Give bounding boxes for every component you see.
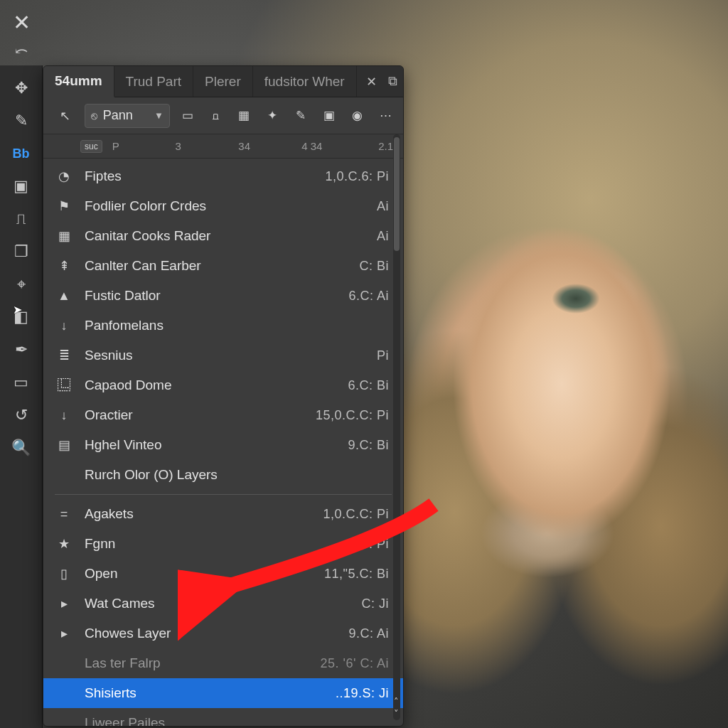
menu-item-label: Agakets <box>85 506 134 522</box>
menu-item-shortcut: 15,0.C.C: Pi <box>316 408 389 423</box>
menu-item-shortcut: Pi <box>377 348 389 363</box>
mode-dropdown[interactable]: ⎋ Pann ▼ <box>85 104 170 128</box>
record-icon[interactable]: ◉ <box>346 105 368 127</box>
chevron-down-icon[interactable]: ˅ <box>394 708 399 719</box>
curve-tool-icon[interactable]: ⤺ <box>15 42 28 60</box>
ruler-mark: 4 34 <box>301 140 365 152</box>
tool-pointer-icon[interactable]: ↖ <box>53 104 77 128</box>
ruler-mark: 34 <box>238 140 301 152</box>
menu-item[interactable]: ▲Fustic Datlor6.C: Ai <box>43 281 403 311</box>
menu-item-label: Sesnius <box>85 348 133 363</box>
edit-icon[interactable]: ✎ <box>290 105 311 127</box>
menu-item[interactable]: =Agakets1,0.C.C: Pi <box>43 499 403 529</box>
grid-icon: ▦ <box>55 228 73 244</box>
menu-item[interactable]: ▸Chowes Layer9.C: Ai <box>43 619 403 648</box>
menu-item[interactable]: ★Fgnn0.C: Pi <box>43 529 403 559</box>
menu-item-shortcut: 6.C: Bi <box>348 378 389 393</box>
window-top-strip: ✕ ⤺ <box>0 0 43 64</box>
tab-3[interactable]: fudsitor Wher <box>253 66 357 97</box>
menu-item-label: Las ter Falrp <box>85 655 161 671</box>
tab-2[interactable]: Plerer <box>193 66 253 97</box>
tab-label: 54umm <box>55 73 102 89</box>
menu-item-shortcut: C: Ji <box>362 596 390 611</box>
clone-tool-icon[interactable]: ❐ <box>7 237 36 266</box>
link-icon[interactable]: ⩍ <box>205 105 227 127</box>
brush-tool-icon[interactable]: ✎ <box>7 107 36 135</box>
menu-item-shortcut: 1,0.C.C: Pi <box>323 507 389 522</box>
menu-item[interactable]: Shisierts..19.S: Ji <box>43 678 403 708</box>
table-icon: ▤ <box>55 437 73 453</box>
menu-item[interactable]: ⇞Canlter Can EarberC: Bi <box>43 251 403 281</box>
chevron-up-icon[interactable]: ˄ <box>394 696 399 707</box>
menu-item-label: Shisierts <box>85 685 136 701</box>
menu-item[interactable]: ▤Hghel Vinteo9.C: Bi <box>43 430 403 460</box>
tool-rail: ✥ ✎ Bb ➤ ▣ ⎍ ❐ ⌖ ◧ ✒ ▭ ↺ 🔍 <box>0 65 43 728</box>
type-tool-icon[interactable]: Bb <box>7 139 36 168</box>
adjust-icon[interactable]: ▣ <box>318 105 340 127</box>
panel-close-button[interactable]: ✕ <box>360 66 382 97</box>
history-tool-icon[interactable]: ↺ <box>7 401 36 429</box>
equals-icon: = <box>55 507 73 522</box>
tab-label: Trud Part <box>126 74 182 90</box>
pen-tool-icon[interactable]: ✒ <box>7 336 36 364</box>
menu-item[interactable]: ▯Open11,"5.C: Bi <box>43 559 403 589</box>
menu-item[interactable]: ⿺Capaod Dome6.C: Bi <box>43 370 403 400</box>
warning-icon: ▲ <box>55 289 73 304</box>
wand-icon[interactable]: ✦ <box>262 105 283 127</box>
chevron-down-icon: ▼ <box>154 110 164 121</box>
page-icon: ▯ <box>55 566 73 582</box>
menu-item[interactable]: Rurch Olor (O) Layers <box>43 460 403 490</box>
menu-item[interactable]: ↓Panfomelans <box>43 311 403 341</box>
play-icon: ▸ <box>55 626 73 641</box>
menu-item-label: Hghel Vinteo <box>85 437 161 453</box>
clock-icon: ◔ <box>55 168 73 184</box>
menu-item-label: Wat Cames <box>85 596 155 611</box>
menu-item-label: Fgnn <box>85 536 115 552</box>
dropdown-value: Pann <box>103 108 133 123</box>
menu-item-shortcut: 6.C: Ai <box>348 289 389 304</box>
menu-item-shortcut: 9.C: Ai <box>348 626 389 641</box>
menu-item-shortcut: 25. '6' C: Ai <box>321 656 389 671</box>
menu-item-label: Oractier <box>85 407 133 423</box>
down-arrow-icon: ↓ <box>55 408 73 423</box>
tab-0[interactable]: 54umm <box>43 66 114 97</box>
menu-item[interactable]: ◔Fiptes1,0.C.6: Pi <box>43 161 403 191</box>
mask-icon[interactable]: ▦ <box>233 105 255 127</box>
menu-item[interactable]: ⚑Fodlier Colorr CrdesAi <box>43 191 403 221</box>
close-icon[interactable]: ✕ <box>13 10 31 35</box>
layers-icon[interactable]: ▭ <box>177 105 198 127</box>
panel-popout-button[interactable]: ⧉ <box>382 66 403 97</box>
menu-item[interactable]: ↓Oractier15,0.C.C: Pi <box>43 400 403 430</box>
scrollbar[interactable] <box>393 134 400 720</box>
crop-tool-icon[interactable]: ▣ <box>7 172 36 200</box>
ruler-mark: P <box>112 140 176 152</box>
menu-item-label: Fustic Datlor <box>85 288 161 304</box>
menu-item-label: Ljweer Pailes. <box>85 715 168 726</box>
eyedropper-tool-icon[interactable]: ⎍ <box>7 205 36 233</box>
heal-tool-icon[interactable]: ⌖ <box>7 270 36 299</box>
search-tool-icon[interactable]: 🔍 <box>7 434 36 462</box>
tab-bar: 54umm Trud Part Plerer fudsitor Wher ✕ ⧉ <box>43 66 403 97</box>
layout-icon: ⿺ <box>55 378 73 393</box>
menu-item[interactable]: ≣SesniusPi <box>43 341 403 370</box>
menu-item[interactable]: ▦Canitar Cooks RaderAi <box>43 221 403 251</box>
menu-item[interactable]: Ljweer Pailes. <box>43 708 403 726</box>
scrollbar-thumb[interactable] <box>394 137 400 251</box>
more-icon[interactable]: ⋯ <box>375 105 396 127</box>
folder-tool-icon[interactable]: ▭ <box>7 368 36 397</box>
menu-item-label: Fodlier Colorr Crdes <box>85 198 206 214</box>
menu-item-label: Rurch Olor (O) Layers <box>85 467 218 483</box>
tab-label: fudsitor Wher <box>264 74 345 90</box>
move-tool-icon[interactable]: ✥ <box>7 74 36 102</box>
star-icon: ★ <box>55 536 73 552</box>
down-arrow-icon: ↓ <box>55 318 73 333</box>
menu-item[interactable]: Las ter Falrp25. '6' C: Ai <box>43 648 403 678</box>
gradient-tool-icon[interactable]: ◧ <box>7 303 36 331</box>
tab-1[interactable]: Trud Part <box>114 66 194 97</box>
portrait-subject <box>398 71 728 711</box>
list-icon: ≣ <box>55 348 73 363</box>
menu-item[interactable]: ▸Wat CamesC: Ji <box>43 589 403 619</box>
menu-item-shortcut: 0.C: Pi <box>348 537 389 552</box>
menu-item-shortcut: Ai <box>377 199 389 214</box>
scroll-stepper[interactable]: ˄ ˅ <box>391 696 401 719</box>
